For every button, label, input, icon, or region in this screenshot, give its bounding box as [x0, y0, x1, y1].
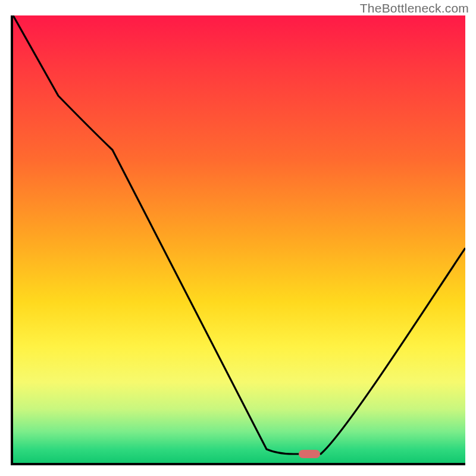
plot-area	[11, 15, 465, 465]
chart-container: TheBottleneck.com	[0, 0, 476, 476]
optimal-marker	[299, 450, 320, 458]
watermark-text: TheBottleneck.com	[360, 1, 469, 15]
line-series	[13, 15, 465, 463]
bottleneck-curve-path	[13, 15, 465, 454]
